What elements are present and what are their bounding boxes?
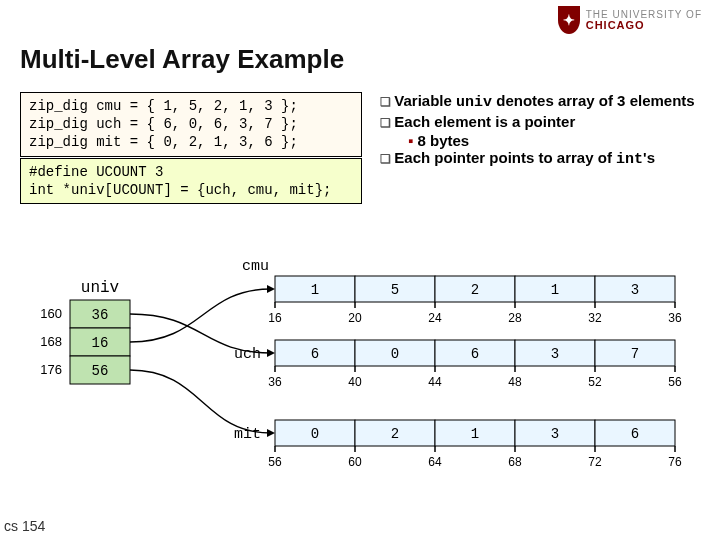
svg-text:16: 16 [268,311,282,325]
logo-line2: CHICAGO [586,20,702,31]
svg-text:160: 160 [40,306,62,321]
svg-text:76: 76 [668,455,682,469]
bullet-1: Variable univ denotes array of 3 element… [380,92,710,111]
svg-text:5: 5 [391,282,399,298]
svg-text:0: 0 [311,426,319,442]
diagram-svg: univ361601616856176cmu15213162024283236u… [15,250,705,510]
slide-title: Multi-Level Array Example [20,44,344,75]
svg-text:16: 16 [92,335,109,351]
bullet-1-code: univ [456,94,492,111]
svg-text:48: 48 [508,375,522,389]
svg-text:64: 64 [428,455,442,469]
svg-text:68: 68 [508,455,522,469]
bullet-3-pre: Each pointer points to array of [394,149,616,166]
svg-text:40: 40 [348,375,362,389]
svg-text:56: 56 [668,375,682,389]
svg-text:6: 6 [311,346,319,362]
svg-text:6: 6 [631,426,639,442]
svg-text:32: 32 [588,311,602,325]
svg-text:56: 56 [268,455,282,469]
logo-line1: THE UNIVERSITY OF [586,10,702,20]
svg-text:3: 3 [551,426,559,442]
bullet-3: Each pointer points to array of int's [380,149,710,168]
svg-text:36: 36 [268,375,282,389]
svg-text:cmu: cmu [242,258,269,275]
bullet-1-post: denotes array of 3 elements [492,92,695,109]
university-logo: ✦ THE UNIVERSITY OF CHICAGO [558,6,702,34]
bullet-3-post: 's [643,149,655,166]
svg-text:2: 2 [471,282,479,298]
svg-text:0: 0 [391,346,399,362]
code-block-2: #define UCOUNT 3 int *univ[UCOUNT] = {uc… [20,158,362,204]
svg-text:176: 176 [40,362,62,377]
svg-text:mit: mit [234,426,261,443]
svg-marker-79 [267,349,275,357]
svg-text:56: 56 [92,363,109,379]
bullet-list: Variable univ denotes array of 3 element… [380,92,710,170]
svg-marker-80 [267,285,275,293]
svg-text:3: 3 [551,346,559,362]
svg-text:1: 1 [311,282,319,298]
svg-text:20: 20 [348,311,362,325]
svg-text:44: 44 [428,375,442,389]
svg-text:52: 52 [588,375,602,389]
bullet-3-code: int [616,151,643,168]
svg-text:2: 2 [391,426,399,442]
svg-text:1: 1 [551,282,559,298]
svg-text:univ: univ [81,279,120,297]
svg-text:3: 3 [631,282,639,298]
logo-text: THE UNIVERSITY OF CHICAGO [586,10,702,31]
svg-text:6: 6 [471,346,479,362]
svg-text:60: 60 [348,455,362,469]
bullet-2: Each element is a pointer [380,113,710,130]
course-label: cs 154 [4,518,45,534]
shield-icon: ✦ [558,6,580,34]
svg-text:36: 36 [668,311,682,325]
svg-text:168: 168 [40,334,62,349]
svg-marker-81 [267,429,275,437]
svg-text:28: 28 [508,311,522,325]
bullet-2-sub: 8 bytes [408,132,710,149]
code-block-1: zip_dig cmu = { 1, 5, 2, 1, 3 }; zip_dig… [20,92,362,157]
svg-text:24: 24 [428,311,442,325]
memory-diagram: univ361601616856176cmu15213162024283236u… [15,250,705,510]
svg-text:1: 1 [471,426,479,442]
svg-text:36: 36 [92,307,109,323]
bullet-1-pre: Variable [394,92,456,109]
svg-text:7: 7 [631,346,639,362]
svg-text:72: 72 [588,455,602,469]
